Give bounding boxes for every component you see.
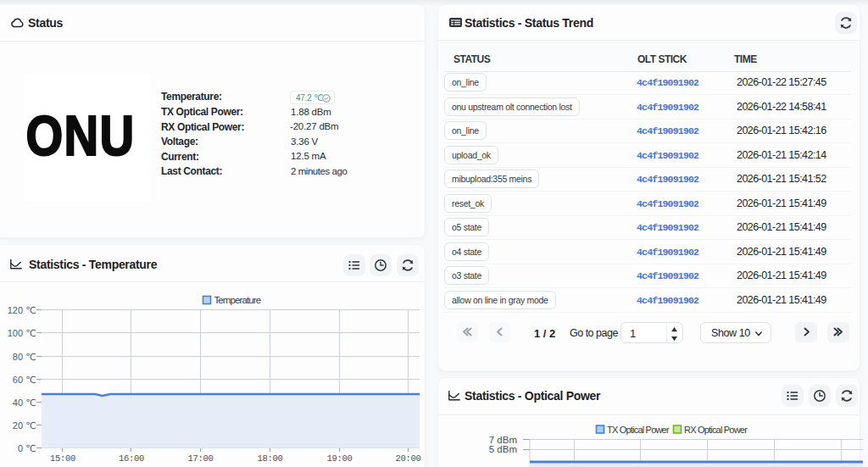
svg-text:Temperature: Temperature (214, 295, 261, 305)
svg-text:5 dBm: 5 dBm (489, 444, 517, 454)
svg-text:16:00: 16:00 (119, 453, 144, 464)
svg-text:18:00: 18:00 (257, 453, 282, 464)
svg-text:0 ℃: 0 ℃ (18, 443, 36, 453)
svg-text:TX Optical Power: TX Optical Power (607, 425, 670, 435)
svg-text:17:00: 17:00 (187, 453, 213, 464)
svg-text:40 ℃: 40 ℃ (13, 398, 36, 408)
svg-text:RX Optical Power: RX Optical Power (684, 425, 748, 435)
svg-text:80 ℃: 80 ℃ (13, 352, 36, 362)
svg-text:60 ℃: 60 ℃ (13, 375, 36, 385)
svg-text:19:00: 19:00 (326, 453, 352, 464)
svg-text:100 ℃: 100 ℃ (8, 328, 36, 338)
svg-text:20:00: 20:00 (395, 453, 420, 464)
svg-text:20 ℃: 20 ℃ (13, 420, 36, 431)
svg-text:15:00: 15:00 (50, 453, 75, 464)
svg-text:120 ℃: 120 ℃ (8, 305, 36, 315)
